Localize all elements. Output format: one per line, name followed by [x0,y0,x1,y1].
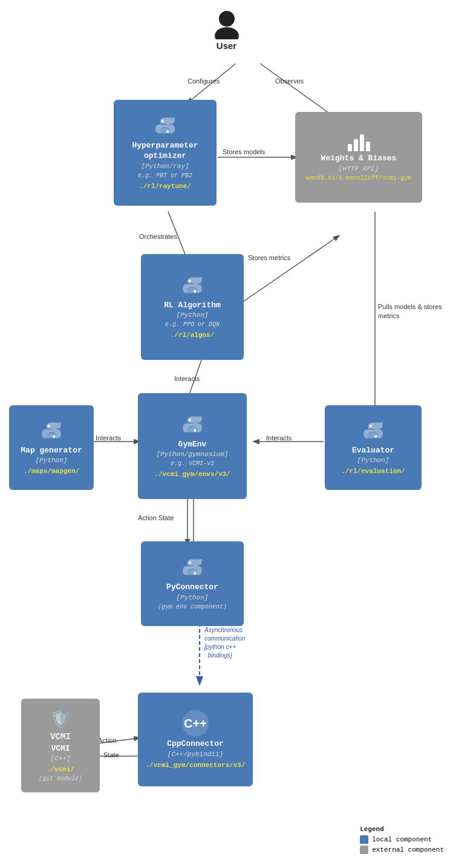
label-action-state: Action State [138,514,174,521]
svg-point-23 [189,419,191,421]
label-stores-models: Stores models [223,148,265,155]
evaluator-title: Evaluator [352,446,394,456]
map-gen-subtitle: [Python] [36,457,68,464]
svg-point-16 [215,27,239,39]
rl-algo-node: RL Algorithm [Python] e.g. PPO or DQN ./… [141,254,244,360]
legend-title: Legend [360,826,444,833]
svg-point-18 [166,131,169,133]
rl-algo-subtitle: [Python] [177,312,209,319]
wandb-node: Weights & Biases [HTTP API] wandb.ai/s-m… [295,112,422,203]
legend-local: local component [360,835,444,844]
svg-point-15 [219,11,235,27]
vcmi-node: 🛡️ VCMI VCMI [C++] ./vcmi/ (git module) [21,699,100,792]
user-icon: User [212,9,242,51]
cppconnector-title: CppConnector [167,739,224,749]
label-pulls-models: Pulls models & stores metrics [378,302,453,321]
label-async: Asynchronous communication [python c++ b… [204,626,245,660]
gymenv-subtitle: [Python/gymnasium] [157,451,229,458]
wandb-title: Weights & Biases [321,154,397,164]
rl-algo-path: ./rl/algos/ [171,331,215,339]
hyperparam-subtitle: [Python/ray] [141,163,189,170]
gymenv-path: ./vcmi_gym/envs/v3/ [154,471,230,478]
label-orchestrates: Orchestrates [139,233,177,240]
gymenv-node: GymEnv [Python/gymnasium] e.g. VCMI-v3 .… [138,393,247,499]
svg-point-22 [53,435,55,437]
cppconnector-path: ./vcmi_gym/connectors/v3/ [145,762,245,769]
pyconnector-title: PyConnector [166,582,218,593]
user-label: User [217,41,236,51]
wandb-subtitle: [HTTP API] [339,165,379,172]
map-gen-path: ./maps/mapgen/ [24,468,79,475]
evaluator-path: ./rl/evaluation/ [341,468,405,475]
vcmi-path: ./vcmi/ [47,766,74,773]
hyperparameter-node: Hyperparameter optimizer [Python/ray] e.… [114,100,217,206]
wandb-icon [348,133,370,151]
label-state: State [103,751,119,759]
svg-line-4 [242,236,339,302]
hyperparam-path: ./rl/raytune/ [139,183,191,190]
cpp-logo: C++ [182,710,209,737]
map-gen-node: Map generator [Python] ./maps/mapgen/ [9,405,94,490]
map-gen-title: Map generator [21,446,82,456]
gymenv-title: GymEnv [178,440,207,450]
diagram-container: User Configures Observes Stores models O… [0,0,453,868]
label-observes: Observes [275,77,304,85]
evaluator-node: Evaluator [Python] ./rl/evaluation/ [325,405,422,490]
label-interacts-left: Interacts [96,434,121,442]
svg-point-24 [194,429,196,431]
legend-local-box [360,835,368,844]
svg-point-21 [48,425,50,427]
svg-point-19 [189,279,191,282]
legend-external: external component [360,846,444,854]
svg-point-27 [189,561,191,564]
legend-external-label: external component [372,846,444,853]
pyconnector-eg: (gym env component) [158,604,227,610]
legend-external-box [360,846,368,854]
legend: Legend local component external componen… [360,826,444,856]
rl-algo-eg: e.g. PPO or DQN [165,321,220,328]
gymenv-eg: e.g. VCMI-v3 [171,460,214,467]
vcmi-shield-icon: 🛡️ [50,709,71,729]
hyperparam-title: Hyperparameter optimizer [132,141,198,162]
label-interacts-right: Interacts [266,434,292,442]
cppconnector-subtitle: [C++/pybind11] [168,751,223,758]
svg-point-25 [370,425,372,427]
svg-point-26 [374,435,377,437]
cppconnector-node: C++ CppConnector [C++/pybind11] ./vcmi_g… [138,693,253,786]
wandb-url: wandb.ai/s-manolloff/vcmi-gym [306,175,411,181]
label-configures: Configures [187,77,220,85]
legend-local-label: local component [372,836,432,843]
vcmi-text-logo: VCMI [50,732,71,742]
evaluator-subtitle: [Python] [357,457,389,464]
hyperparam-eg: e.g. PBT or PB2 [138,172,192,179]
svg-point-20 [194,290,196,292]
svg-point-17 [161,120,164,122]
vcmi-subtitle: [C++] [50,755,70,762]
svg-point-28 [194,572,196,575]
vcmi-title: VCMI [51,744,70,754]
pyconnector-subtitle: [Python] [177,594,209,601]
label-stores-metrics: Stores metrics [248,254,290,261]
svg-line-1 [260,64,336,118]
label-action: Action [98,737,117,744]
pyconnector-node: PyConnector [Python] (gym env component) [141,541,244,626]
rl-algo-title: RL Algorithm [164,301,221,311]
vcmi-note: (git module) [39,775,82,782]
label-interacts-top: Interacts [174,375,200,382]
